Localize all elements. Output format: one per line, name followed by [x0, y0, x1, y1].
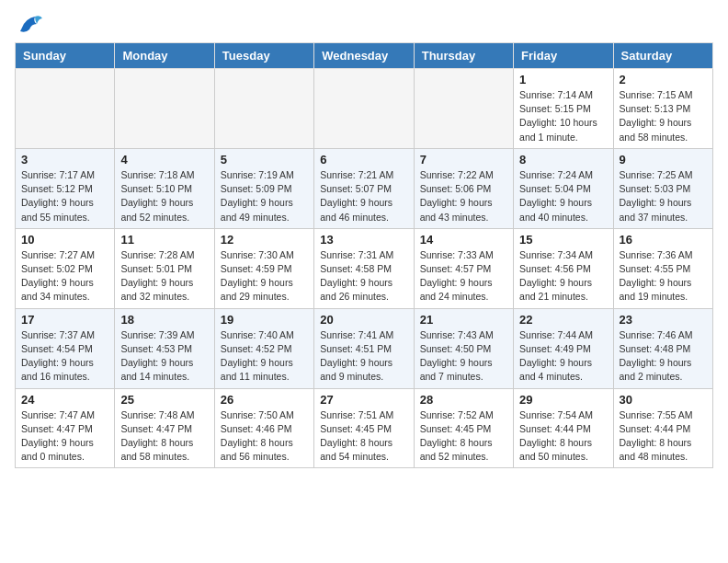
calendar-cell: 15Sunrise: 7:34 AM Sunset: 4:56 PM Dayli…	[514, 228, 613, 308]
day-number: 27	[320, 393, 407, 407]
day-detail: Sunrise: 7:15 AM Sunset: 5:13 PM Dayligh…	[620, 88, 707, 144]
col-header-monday: Monday	[115, 43, 214, 69]
col-header-saturday: Saturday	[613, 43, 712, 69]
day-number: 9	[620, 153, 707, 167]
calendar-cell: 14Sunrise: 7:33 AM Sunset: 4:57 PM Dayli…	[414, 228, 513, 308]
day-detail: Sunrise: 7:37 AM Sunset: 4:54 PM Dayligh…	[21, 328, 108, 385]
day-number: 12	[221, 233, 308, 247]
calendar-cell: 29Sunrise: 7:54 AM Sunset: 4:44 PM Dayli…	[514, 388, 613, 468]
day-number: 30	[620, 393, 707, 407]
calendar-cell: 16Sunrise: 7:36 AM Sunset: 4:55 PM Dayli…	[613, 228, 712, 308]
day-detail: Sunrise: 7:46 AM Sunset: 4:48 PM Dayligh…	[620, 328, 707, 385]
calendar-cell: 12Sunrise: 7:30 AM Sunset: 4:59 PM Dayli…	[214, 228, 313, 308]
day-number: 23	[620, 313, 707, 327]
day-detail: Sunrise: 7:47 AM Sunset: 4:47 PM Dayligh…	[21, 408, 108, 465]
day-detail: Sunrise: 7:50 AM Sunset: 4:46 PM Dayligh…	[221, 408, 308, 465]
calendar-cell: 27Sunrise: 7:51 AM Sunset: 4:45 PM Dayli…	[314, 388, 414, 468]
day-detail: Sunrise: 7:17 AM Sunset: 5:12 PM Dayligh…	[21, 168, 108, 224]
calendar-week-row: 3Sunrise: 7:17 AM Sunset: 5:12 PM Daylig…	[16, 148, 713, 228]
day-number: 16	[620, 233, 707, 247]
day-detail: Sunrise: 7:31 AM Sunset: 4:58 PM Dayligh…	[320, 248, 407, 304]
calendar-cell	[414, 69, 513, 149]
col-header-thursday: Thursday	[414, 43, 513, 69]
calendar-table: SundayMondayTuesdayWednesdayThursdayFrid…	[15, 42, 713, 468]
day-number: 11	[120, 233, 208, 247]
calendar-week-row: 17Sunrise: 7:37 AM Sunset: 4:54 PM Dayli…	[16, 308, 713, 388]
calendar-cell: 26Sunrise: 7:50 AM Sunset: 4:46 PM Dayli…	[214, 388, 313, 468]
day-detail: Sunrise: 7:30 AM Sunset: 4:59 PM Dayligh…	[221, 248, 308, 304]
day-detail: Sunrise: 7:22 AM Sunset: 5:06 PM Dayligh…	[420, 168, 507, 224]
day-detail: Sunrise: 7:39 AM Sunset: 4:53 PM Dayligh…	[120, 328, 208, 385]
calendar-cell	[214, 69, 313, 149]
day-number: 2	[620, 73, 707, 86]
day-number: 24	[21, 393, 108, 407]
calendar-cell	[314, 69, 414, 149]
day-detail: Sunrise: 7:28 AM Sunset: 5:01 PM Dayligh…	[120, 248, 208, 304]
day-number: 6	[320, 153, 407, 167]
calendar-cell: 8Sunrise: 7:24 AM Sunset: 5:04 PM Daylig…	[514, 148, 613, 228]
day-detail: Sunrise: 7:40 AM Sunset: 4:52 PM Dayligh…	[221, 328, 308, 385]
day-number: 10	[21, 233, 108, 247]
day-detail: Sunrise: 7:19 AM Sunset: 5:09 PM Dayligh…	[221, 168, 308, 224]
calendar-cell: 30Sunrise: 7:55 AM Sunset: 4:44 PM Dayli…	[613, 388, 712, 468]
day-number: 7	[420, 153, 507, 167]
calendar-week-row: 1Sunrise: 7:14 AM Sunset: 5:15 PM Daylig…	[16, 69, 713, 149]
day-detail: Sunrise: 7:24 AM Sunset: 5:04 PM Dayligh…	[519, 168, 607, 224]
col-header-friday: Friday	[514, 43, 613, 69]
day-detail: Sunrise: 7:51 AM Sunset: 4:45 PM Dayligh…	[320, 408, 407, 465]
day-number: 19	[221, 313, 308, 327]
calendar-cell: 9Sunrise: 7:25 AM Sunset: 5:03 PM Daylig…	[613, 148, 712, 228]
col-header-tuesday: Tuesday	[214, 43, 313, 69]
day-number: 13	[320, 233, 407, 247]
day-number: 17	[21, 313, 108, 327]
day-number: 15	[519, 233, 607, 247]
calendar-cell: 17Sunrise: 7:37 AM Sunset: 4:54 PM Dayli…	[16, 308, 115, 388]
calendar-cell: 25Sunrise: 7:48 AM Sunset: 4:47 PM Dayli…	[115, 388, 214, 468]
day-detail: Sunrise: 7:34 AM Sunset: 4:56 PM Dayligh…	[519, 248, 607, 304]
calendar-cell: 3Sunrise: 7:17 AM Sunset: 5:12 PM Daylig…	[16, 148, 115, 228]
logo-bird-icon	[17, 15, 44, 35]
calendar-cell	[16, 69, 115, 149]
logo	[15, 15, 44, 31]
day-number: 4	[120, 153, 208, 167]
calendar-cell: 11Sunrise: 7:28 AM Sunset: 5:01 PM Dayli…	[115, 228, 214, 308]
calendar-cell	[115, 69, 214, 149]
day-number: 5	[221, 153, 308, 167]
day-detail: Sunrise: 7:14 AM Sunset: 5:15 PM Dayligh…	[519, 88, 607, 144]
day-detail: Sunrise: 7:52 AM Sunset: 4:45 PM Dayligh…	[420, 408, 507, 465]
calendar-header-row: SundayMondayTuesdayWednesdayThursdayFrid…	[16, 43, 713, 69]
calendar-cell: 19Sunrise: 7:40 AM Sunset: 4:52 PM Dayli…	[214, 308, 313, 388]
calendar-cell: 6Sunrise: 7:21 AM Sunset: 5:07 PM Daylig…	[314, 148, 414, 228]
day-number: 1	[519, 73, 607, 86]
calendar-week-row: 10Sunrise: 7:27 AM Sunset: 5:02 PM Dayli…	[16, 228, 713, 308]
day-detail: Sunrise: 7:41 AM Sunset: 4:51 PM Dayligh…	[320, 328, 407, 385]
day-detail: Sunrise: 7:36 AM Sunset: 4:55 PM Dayligh…	[620, 248, 707, 304]
calendar-cell: 5Sunrise: 7:19 AM Sunset: 5:09 PM Daylig…	[214, 148, 313, 228]
day-detail: Sunrise: 7:25 AM Sunset: 5:03 PM Dayligh…	[620, 168, 707, 224]
day-number: 3	[21, 153, 108, 167]
calendar-cell: 23Sunrise: 7:46 AM Sunset: 4:48 PM Dayli…	[613, 308, 712, 388]
day-number: 21	[420, 313, 507, 327]
day-number: 28	[420, 393, 507, 407]
calendar-cell: 24Sunrise: 7:47 AM Sunset: 4:47 PM Dayli…	[16, 388, 115, 468]
calendar-cell: 7Sunrise: 7:22 AM Sunset: 5:06 PM Daylig…	[414, 148, 513, 228]
calendar-cell: 1Sunrise: 7:14 AM Sunset: 5:15 PM Daylig…	[514, 69, 613, 149]
calendar-cell: 28Sunrise: 7:52 AM Sunset: 4:45 PM Dayli…	[414, 388, 513, 468]
day-detail: Sunrise: 7:18 AM Sunset: 5:10 PM Dayligh…	[120, 168, 208, 224]
calendar-cell: 18Sunrise: 7:39 AM Sunset: 4:53 PM Dayli…	[115, 308, 214, 388]
calendar-cell: 22Sunrise: 7:44 AM Sunset: 4:49 PM Dayli…	[514, 308, 613, 388]
calendar-cell: 20Sunrise: 7:41 AM Sunset: 4:51 PM Dayli…	[314, 308, 414, 388]
day-detail: Sunrise: 7:44 AM Sunset: 4:49 PM Dayligh…	[519, 328, 607, 385]
calendar-cell: 10Sunrise: 7:27 AM Sunset: 5:02 PM Dayli…	[16, 228, 115, 308]
day-number: 14	[420, 233, 507, 247]
calendar-cell: 2Sunrise: 7:15 AM Sunset: 5:13 PM Daylig…	[613, 69, 712, 149]
day-number: 29	[519, 393, 607, 407]
day-number: 25	[120, 393, 208, 407]
col-header-wednesday: Wednesday	[314, 43, 414, 69]
day-number: 26	[221, 393, 308, 407]
day-detail: Sunrise: 7:54 AM Sunset: 4:44 PM Dayligh…	[519, 408, 607, 465]
day-detail: Sunrise: 7:27 AM Sunset: 5:02 PM Dayligh…	[21, 248, 108, 304]
day-number: 18	[120, 313, 208, 327]
calendar-cell: 13Sunrise: 7:31 AM Sunset: 4:58 PM Dayli…	[314, 228, 414, 308]
calendar-cell: 4Sunrise: 7:18 AM Sunset: 5:10 PM Daylig…	[115, 148, 214, 228]
